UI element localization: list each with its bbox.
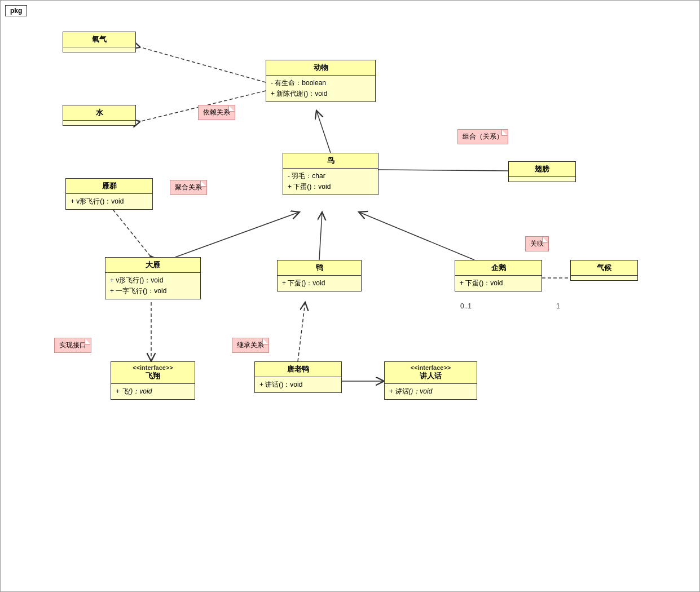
note-composition: 组合（关系） <box>457 129 508 144</box>
class-oxygen: 氧气 <box>63 32 136 52</box>
multiplicity-1: 1 <box>556 302 560 310</box>
class-animal-body: - 有生命：boolean + 新陈代谢()：void <box>266 76 375 101</box>
diagram-container: pkg <box>0 0 700 592</box>
class-fly-body: + 飞()：void <box>111 384 195 399</box>
class-climate: 气候 <box>570 260 638 281</box>
note-association: 关联 <box>525 236 549 251</box>
class-speak-stereotype: <<interface>> <box>389 364 472 371</box>
class-speak: <<interface>> 讲人话 + 讲话()：void <box>384 361 477 400</box>
class-donald-header: 唐老鸭 <box>255 362 341 377</box>
class-goose-method2: + 一字飞行()：void <box>110 286 196 297</box>
class-fly-method1: + 飞()：void <box>116 386 190 397</box>
pkg-label: pkg <box>5 5 27 16</box>
svg-line-6 <box>109 205 151 257</box>
class-donald-method1: + 讲话()：void <box>259 379 337 390</box>
class-duck: 鸭 + 下蛋()：void <box>277 260 362 291</box>
class-penguin-body: + 下蛋()：void <box>455 276 541 291</box>
class-animal: 动物 - 有生命：boolean + 新陈代谢()：void <box>266 60 376 102</box>
class-fly-header: <<interface>> 飞翔 <box>111 362 195 384</box>
svg-line-9 <box>359 212 474 260</box>
multiplicity-0-1: 0..1 <box>460 302 472 310</box>
class-goose-method1: + v形飞行()：void <box>110 275 196 286</box>
svg-line-4 <box>316 111 331 153</box>
class-duck-header: 鸭 <box>278 260 361 276</box>
class-goose: 大雁 + v形飞行()：void + 一字飞行()：void <box>105 257 201 299</box>
class-water-header: 水 <box>63 105 135 121</box>
class-wing-body <box>509 177 575 182</box>
class-animal-method1: + 新陈代谢()：void <box>271 89 371 99</box>
class-climate-header: 气候 <box>571 260 637 276</box>
class-speak-body: + 讲话()：void <box>385 384 477 399</box>
class-bird-body: - 羽毛：char + 下蛋()：void <box>283 169 378 195</box>
class-goose-body: + v形飞行()：void + 一字飞行()：void <box>105 273 200 299</box>
class-water: 水 <box>63 105 136 126</box>
class-bird-header: 鸟 <box>283 153 378 169</box>
class-fly-stereotype: <<interface>> <box>116 364 190 371</box>
class-fly: <<interface>> 飞翔 + 飞()：void <box>111 361 195 400</box>
class-penguin: 企鹅 + 下蛋()：void <box>455 260 542 291</box>
class-goosegroup: 雁群 + v形飞行()：void <box>65 178 153 210</box>
class-goose-header: 大雁 <box>105 258 200 273</box>
class-goosegroup-body: + v形飞行()：void <box>66 194 152 209</box>
note-inheritance: 继承关系 <box>232 338 269 353</box>
class-wing-header: 翅膀 <box>509 162 575 177</box>
class-donald: 唐老鸭 + 讲话()：void <box>254 361 342 393</box>
svg-line-2 <box>139 47 266 82</box>
note-dependency: 依赖关系 <box>198 105 235 120</box>
note-aggregation: 聚合关系 <box>170 180 207 195</box>
class-goosegroup-method1: + v形飞行()：void <box>71 196 148 207</box>
svg-line-8 <box>319 212 322 260</box>
class-duck-body: + 下蛋()：void <box>278 276 361 291</box>
class-goosegroup-header: 雁群 <box>66 179 152 194</box>
note-realization: 实现接口 <box>54 338 91 353</box>
class-oxygen-header: 氧气 <box>63 32 135 47</box>
class-bird: 鸟 - 羽毛：char + 下蛋()：void <box>283 153 378 195</box>
class-wing: 翅膀 <box>508 161 576 182</box>
class-speak-method1: + 讲话()：void <box>389 386 472 397</box>
class-climate-body <box>571 276 637 280</box>
class-water-body <box>63 121 135 125</box>
class-duck-method1: + 下蛋()：void <box>282 278 356 289</box>
svg-line-12 <box>298 302 305 361</box>
class-animal-header: 动物 <box>266 60 375 76</box>
class-bird-attr1: - 羽毛：char <box>288 171 373 182</box>
class-penguin-method1: + 下蛋()：void <box>460 278 537 289</box>
class-bird-method1: + 下蛋()：void <box>288 182 373 192</box>
svg-line-5 <box>378 170 508 171</box>
class-penguin-header: 企鹅 <box>455 260 541 276</box>
class-animal-attr1: - 有生命：boolean <box>271 78 371 89</box>
class-oxygen-body <box>63 47 135 52</box>
class-donald-body: + 讲话()：void <box>255 377 341 392</box>
svg-line-7 <box>175 212 300 257</box>
class-speak-header: <<interface>> 讲人话 <box>385 362 477 384</box>
